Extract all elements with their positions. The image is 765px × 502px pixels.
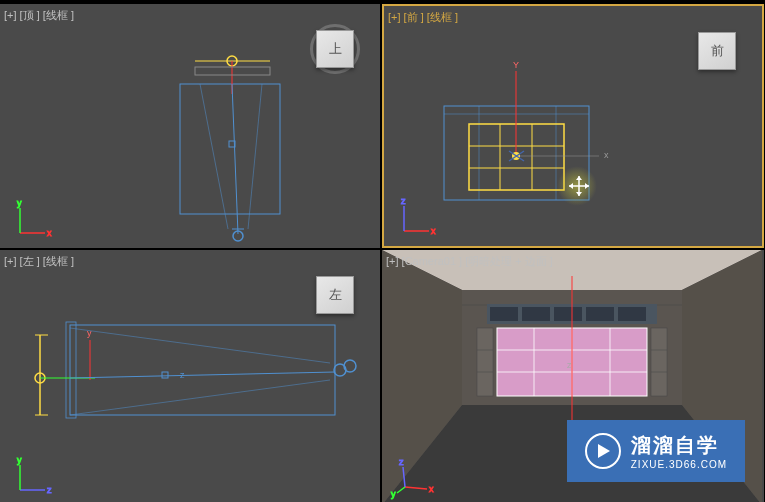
viewcube-left-face[interactable]: 左 (316, 276, 354, 314)
svg-text:x: x (47, 228, 52, 238)
viewcube-front[interactable]: 前 (692, 26, 742, 76)
svg-line-52 (70, 380, 330, 415)
svg-rect-38 (66, 322, 76, 418)
svg-rect-67 (586, 307, 614, 321)
svg-rect-66 (554, 307, 582, 321)
axis-gizmo-front[interactable]: x z (399, 196, 439, 236)
svg-text:z: z (401, 196, 406, 206)
viewport-front-label[interactable]: [+] [前 ] [线框 ] (388, 10, 458, 25)
axis-gizmo-top[interactable]: x y (15, 198, 55, 238)
svg-rect-64 (490, 307, 518, 321)
svg-line-51 (70, 328, 330, 363)
svg-marker-89 (598, 444, 610, 458)
svg-text:y: y (87, 328, 92, 338)
x-axis-label: x (604, 150, 609, 160)
svg-text:y: y (391, 489, 396, 499)
viewport-top[interactable]: [+] [顶 ] [线框 ] 上 x (0, 4, 380, 248)
svg-rect-0 (180, 84, 280, 214)
svg-line-87 (397, 487, 405, 493)
viewcube-top[interactable]: 上 (310, 24, 360, 74)
viewport-front[interactable]: [+] [前 ] [线框 ] 前 Y x (382, 4, 764, 248)
svg-point-50 (344, 360, 356, 372)
svg-text:y: y (17, 455, 22, 465)
svg-line-48 (70, 372, 335, 378)
viewcube-top-face[interactable]: 上 (316, 30, 354, 68)
axis-gizmo-left[interactable]: z y (15, 455, 55, 495)
svg-line-10 (248, 84, 262, 229)
viewport-top-label[interactable]: [+] [顶 ] [线框 ] (4, 8, 74, 23)
svg-line-85 (403, 467, 405, 487)
svg-text:x: x (429, 484, 434, 494)
viewcube-left[interactable]: 左 (310, 270, 360, 320)
viewport-left-label[interactable]: [+] [左 ] [线框 ] (4, 254, 74, 269)
svg-line-6 (232, 84, 238, 234)
svg-rect-37 (70, 325, 335, 415)
svg-text:z: z (567, 360, 572, 370)
svg-rect-75 (477, 328, 493, 396)
svg-rect-65 (522, 307, 550, 321)
svg-text:z: z (399, 457, 404, 467)
svg-rect-46 (162, 372, 168, 378)
viewport-camera-label[interactable]: [+] [Camera01 ] [明暗处理 + 边面 ] (386, 254, 553, 269)
svg-text:x: x (431, 226, 436, 236)
viewport-left[interactable]: [+] [左 ] [线框 ] 左 y z (0, 250, 380, 502)
watermark-title: 溜溜自学 (631, 432, 727, 459)
svg-rect-68 (618, 307, 646, 321)
svg-line-9 (200, 84, 228, 229)
watermark-url: ZIXUE.3D66.COM (631, 459, 727, 470)
svg-text:y: y (17, 198, 22, 208)
watermark-badge: 溜溜自学 ZIXUE.3D66.COM (567, 420, 745, 482)
svg-rect-76 (651, 328, 667, 396)
svg-text:z: z (47, 485, 52, 495)
y-axis-label: Y (513, 60, 519, 70)
svg-line-83 (405, 487, 427, 489)
axis-gizmo-camera[interactable]: x z y (397, 455, 437, 495)
viewcube-front-face[interactable]: 前 (698, 32, 736, 70)
play-icon (585, 433, 621, 469)
